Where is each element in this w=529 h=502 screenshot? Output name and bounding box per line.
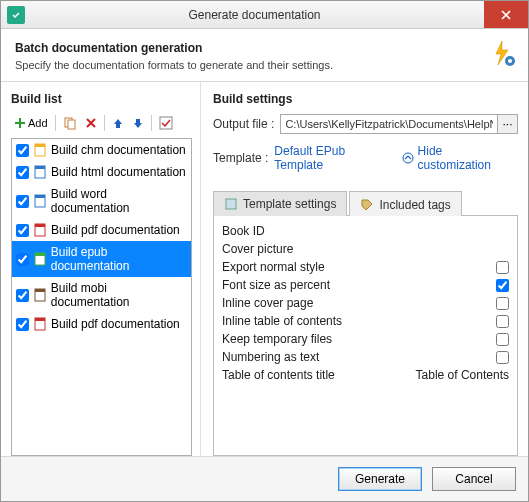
- svg-rect-13: [35, 224, 45, 227]
- setting-row: Table of contents titleTable of Contents: [222, 366, 509, 384]
- doc-type-icon: [33, 194, 47, 208]
- setting-checkbox[interactable]: [496, 297, 509, 310]
- setting-label: Font size as percent: [222, 278, 496, 292]
- svg-rect-17: [35, 289, 45, 292]
- doc-type-icon: [33, 317, 47, 331]
- settings-tabs: Template settings Included tags: [213, 190, 518, 216]
- output-file-input[interactable]: [280, 114, 498, 134]
- cancel-button[interactable]: Cancel: [432, 467, 516, 491]
- add-label: Add: [28, 117, 48, 129]
- setting-label: Cover picture: [222, 242, 509, 256]
- svg-rect-21: [226, 199, 236, 209]
- tab-tags-label: Included tags: [379, 198, 450, 212]
- setting-checkbox[interactable]: [496, 279, 509, 292]
- svg-point-2: [508, 59, 512, 63]
- build-list-toolbar: Add: [11, 114, 192, 132]
- build-list-item[interactable]: Build word documentation: [12, 183, 191, 219]
- build-item-label: Build html documentation: [51, 165, 186, 179]
- delete-button[interactable]: [82, 115, 100, 131]
- build-item-label: Build mobi documentation: [51, 281, 187, 309]
- collapse-icon: [402, 152, 414, 164]
- header-subtitle: Specify the documentation formats to gen…: [15, 59, 514, 71]
- template-label: Template :: [213, 151, 268, 165]
- doc-type-icon: [33, 288, 47, 302]
- check-button[interactable]: [156, 114, 176, 132]
- tab-template-settings[interactable]: Template settings: [213, 191, 347, 216]
- build-item-label: Build word documentation: [51, 187, 187, 215]
- svg-rect-7: [35, 144, 45, 147]
- build-item-label: Build epub documentation: [51, 245, 187, 273]
- build-list-item[interactable]: Build epub documentation: [12, 241, 191, 277]
- arrow-down-icon: [132, 117, 144, 129]
- build-item-label: Build chm documentation: [51, 143, 186, 157]
- setting-checkbox[interactable]: [496, 333, 509, 346]
- setting-label: Inline cover page: [222, 296, 496, 310]
- build-item-checkbox[interactable]: [16, 195, 29, 208]
- build-list-item[interactable]: Build pdf documentation: [12, 313, 191, 335]
- header-title: Batch documentation generation: [15, 41, 514, 55]
- setting-label: Inline table of contents: [222, 314, 496, 328]
- build-list[interactable]: Build chm documentationBuild html docume…: [11, 138, 192, 456]
- build-item-checkbox[interactable]: [16, 224, 29, 237]
- template-icon: [224, 197, 238, 211]
- app-icon: [7, 6, 25, 24]
- header: Batch documentation generation Specify t…: [1, 29, 528, 82]
- build-item-checkbox[interactable]: [16, 144, 29, 157]
- setting-checkbox[interactable]: [496, 261, 509, 274]
- titlebar: Generate documentation: [1, 1, 528, 29]
- tags-icon: [360, 198, 374, 212]
- output-file-label: Output file :: [213, 117, 274, 131]
- hide-customization-link[interactable]: Hide customization: [402, 144, 518, 172]
- svg-rect-5: [160, 117, 172, 129]
- tab-included-tags[interactable]: Included tags: [349, 191, 461, 216]
- svg-rect-15: [35, 253, 45, 256]
- lightning-icon: [488, 39, 516, 67]
- doc-type-icon: [33, 143, 47, 157]
- setting-checkbox[interactable]: [496, 351, 509, 364]
- toolbar-separator: [104, 115, 105, 131]
- build-list-item[interactable]: Build html documentation: [12, 161, 191, 183]
- setting-value: Table of Contents: [416, 368, 509, 382]
- arrow-up-icon: [112, 117, 124, 129]
- setting-checkbox[interactable]: [496, 315, 509, 328]
- duplicate-icon: [63, 116, 77, 130]
- doc-type-icon: [33, 223, 47, 237]
- template-link[interactable]: Default EPub Template: [274, 144, 395, 172]
- delete-icon: [85, 117, 97, 129]
- check-icon: [159, 116, 173, 130]
- build-list-item[interactable]: Build chm documentation: [12, 139, 191, 161]
- doc-type-icon: [33, 165, 47, 179]
- move-up-button[interactable]: [109, 115, 127, 131]
- svg-rect-19: [35, 318, 45, 321]
- setting-row: Keep temporary files: [222, 330, 509, 348]
- build-item-checkbox[interactable]: [16, 166, 29, 179]
- move-down-button[interactable]: [129, 115, 147, 131]
- setting-row: Export normal style: [222, 258, 509, 276]
- add-button[interactable]: Add: [11, 115, 51, 131]
- close-button[interactable]: [484, 1, 528, 28]
- svg-rect-4: [68, 120, 75, 129]
- setting-row: Inline table of contents: [222, 312, 509, 330]
- build-settings-title: Build settings: [213, 92, 518, 106]
- build-list-item[interactable]: Build mobi documentation: [12, 277, 191, 313]
- build-list-item[interactable]: Build pdf documentation: [12, 219, 191, 241]
- generate-button[interactable]: Generate: [338, 467, 422, 491]
- browse-button[interactable]: ···: [498, 114, 518, 134]
- build-item-checkbox[interactable]: [16, 253, 29, 266]
- setting-label: Numbering as text: [222, 350, 496, 364]
- setting-row: Book ID: [222, 222, 509, 240]
- setting-row: Inline cover page: [222, 294, 509, 312]
- setting-label: Keep temporary files: [222, 332, 496, 346]
- setting-row: Numbering as text: [222, 348, 509, 366]
- duplicate-button[interactable]: [60, 114, 80, 132]
- template-settings-pane: Book IDCover pictureExport normal styleF…: [213, 216, 518, 456]
- build-item-checkbox[interactable]: [16, 289, 29, 302]
- window-title: Generate documentation: [25, 8, 484, 22]
- svg-rect-11: [35, 195, 45, 198]
- toolbar-separator: [151, 115, 152, 131]
- setting-row: Cover picture: [222, 240, 509, 258]
- build-item-checkbox[interactable]: [16, 318, 29, 331]
- build-settings-panel: Build settings Output file : ··· Templat…: [201, 82, 528, 456]
- build-list-panel: Build list Add Buil: [1, 82, 201, 456]
- setting-label: Export normal style: [222, 260, 496, 274]
